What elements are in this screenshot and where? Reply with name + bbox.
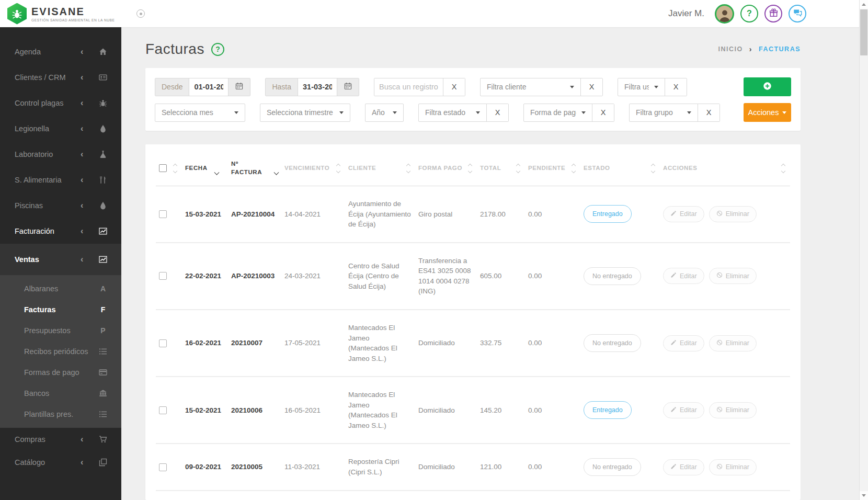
sidebar-subitem-facturas[interactable]: FacturasF (0, 299, 121, 320)
sort-icon[interactable] (652, 164, 657, 173)
calendar-icon[interactable] (228, 78, 250, 96)
sidebar-toggle-icon[interactable] (136, 9, 145, 18)
clear-search-button[interactable]: X (443, 78, 465, 96)
sidebar-subitem-albaranes[interactable]: AlbaranesA (0, 278, 121, 299)
date-from-input[interactable] (189, 78, 228, 96)
filter-estado-group: Filtra estado X (418, 104, 509, 122)
search-group: X (374, 78, 465, 96)
filter-grupo-select[interactable]: Filtra grupo (630, 104, 698, 121)
page-body: Agenda‹Clientes / CRM‹Control plagas‹Leg… (0, 27, 868, 500)
filter-usuario-select[interactable]: Filtra usuario (618, 78, 665, 96)
filter-forma-pago-select[interactable]: Forma de pago (524, 104, 592, 121)
clear-forma-pago-button[interactable]: X (592, 104, 614, 121)
acciones-button[interactable]: Acciones (744, 103, 791, 122)
scrollbar-thumb[interactable] (860, 9, 867, 55)
eliminar-button[interactable]: Eliminar (709, 206, 757, 222)
sidebar-subitem-recibos-periodicos[interactable]: Recibos periódicos (0, 341, 121, 362)
help-button[interactable]: ? (740, 5, 758, 22)
row-checkbox[interactable] (159, 463, 167, 471)
filter-cliente-select[interactable]: Filtra cliente (481, 78, 580, 96)
filter-forma-pago-group: Forma de pago X (523, 104, 614, 122)
editar-button[interactable]: Editar (663, 206, 704, 222)
filter-trimestre-select[interactable]: Selecciona trimestre (260, 104, 350, 121)
editar-button[interactable]: Editar (663, 335, 704, 351)
cell-acciones: EditarEliminar (660, 186, 790, 243)
sort-desc-icon[interactable] (214, 170, 219, 175)
sort-icon[interactable] (407, 164, 412, 173)
editar-button[interactable]: Editar (663, 459, 704, 475)
eliminar-button[interactable]: Eliminar (709, 335, 757, 351)
select-all-checkbox[interactable] (159, 164, 167, 172)
eliminar-button[interactable]: Eliminar (709, 268, 757, 284)
sort-icon[interactable] (517, 164, 522, 173)
eliminar-button[interactable]: Eliminar (709, 402, 757, 418)
home-icon (98, 48, 108, 56)
breadcrumb-inicio[interactable]: INICIO (718, 46, 743, 53)
row-checkbox[interactable] (159, 339, 167, 347)
plus-circle-icon (763, 82, 772, 92)
sidebar-item-laboratorio[interactable]: Laboratorio‹ (0, 141, 121, 167)
filter-estado-select[interactable]: Filtra estado (419, 104, 486, 121)
row-checkbox[interactable] (159, 406, 167, 414)
scroll-up-icon[interactable] (860, 0, 868, 9)
cell-total: 2178.00 (477, 186, 525, 243)
status-badge: Entregado (584, 205, 632, 223)
list-icon (98, 347, 108, 356)
user-avatar[interactable] (715, 4, 734, 24)
caret-down-icon (654, 86, 658, 88)
sidebar-item-s-alimentaria[interactable]: S. Alimentaria‹ (0, 167, 121, 192)
sidebar-item-clientes-crm[interactable]: Clientes / CRM‹ (0, 64, 121, 90)
caret-down-icon (581, 111, 586, 114)
edit-icon (670, 339, 677, 347)
add-invoice-button[interactable] (744, 77, 791, 96)
gift-button[interactable] (764, 5, 782, 22)
col-cliente: CLIENTE (345, 150, 415, 186)
sidebar-subitem-plantillas-pres[interactable]: Plantillas pres. (0, 404, 121, 425)
filter-anio-select[interactable]: Año (366, 104, 403, 121)
sidebar-item-compras[interactable]: Compras‹ (0, 428, 121, 451)
logo[interactable]: EVISANE GESTIÓN SANIDAD AMBIENTAL EN LA … (7, 3, 115, 25)
clear-usuario-button[interactable]: X (665, 78, 687, 96)
chat-button[interactable] (789, 5, 806, 22)
sort-icon[interactable] (337, 164, 342, 173)
clear-grupo-button[interactable]: X (698, 104, 719, 121)
sidebar-subitem-bancos[interactable]: Bancos (0, 383, 121, 404)
sidebar-item-piscinas[interactable]: Piscinas‹ (0, 192, 121, 218)
topbar: EVISANE GESTIÓN SANIDAD AMBIENTAL EN LA … (0, 0, 868, 27)
filter-mes-select[interactable]: Selecciona mes (155, 104, 245, 121)
calendar-icon[interactable] (337, 78, 359, 96)
editar-button[interactable]: Editar (663, 268, 704, 284)
letter-f-icon: F (98, 305, 108, 314)
sort-icon[interactable] (174, 164, 179, 173)
invoice-row: 16-02-20212021000717-05-2021Mantecados E… (156, 310, 790, 377)
row-checkbox[interactable] (159, 272, 167, 280)
col-estado: ESTADO (580, 150, 660, 186)
eliminar-button[interactable]: Eliminar (709, 459, 757, 475)
sidebar-subitem-formas-de-pago[interactable]: Formas de pago (0, 362, 121, 383)
row-checkbox[interactable] (159, 210, 167, 218)
sidebar-subitem-presupuestos[interactable]: PresupuestosP (0, 320, 121, 341)
sidebar-item-control-plagas[interactable]: Control plagas‹ (0, 90, 121, 116)
sidebar-item-catalogo[interactable]: Catálogo‹ (0, 451, 121, 474)
search-input[interactable] (374, 78, 443, 96)
caret-down-icon (476, 111, 480, 114)
scroll-down-icon[interactable] (860, 491, 868, 500)
sort-icon[interactable] (782, 164, 787, 173)
sidebar-item-facturacion[interactable]: Facturación‹ (0, 218, 121, 244)
sidebar-item-agenda[interactable]: Agenda‹ (0, 39, 121, 64)
page-scrollbar[interactable] (859, 0, 868, 500)
page-help-button[interactable]: ? (211, 43, 224, 56)
sort-icon[interactable] (469, 164, 474, 173)
sort-icon[interactable] (572, 164, 577, 173)
date-to-input[interactable] (298, 78, 337, 96)
column-label: Nº FACTURA (231, 160, 267, 176)
sidebar-item-legionella[interactable]: Legionella‹ (0, 116, 121, 141)
sidebar-subitem-label: Facturas (24, 305, 98, 314)
sidebar-item-ventas[interactable]: Ventas‹ (0, 247, 121, 272)
clear-cliente-button[interactable]: X (580, 78, 602, 96)
editar-button[interactable]: Editar (663, 402, 704, 418)
filter-cliente-value: Filtra cliente (487, 83, 565, 91)
sort-desc-icon[interactable] (274, 170, 279, 175)
clear-estado-button[interactable]: X (486, 104, 508, 121)
status-badge: No entregado (584, 267, 641, 285)
